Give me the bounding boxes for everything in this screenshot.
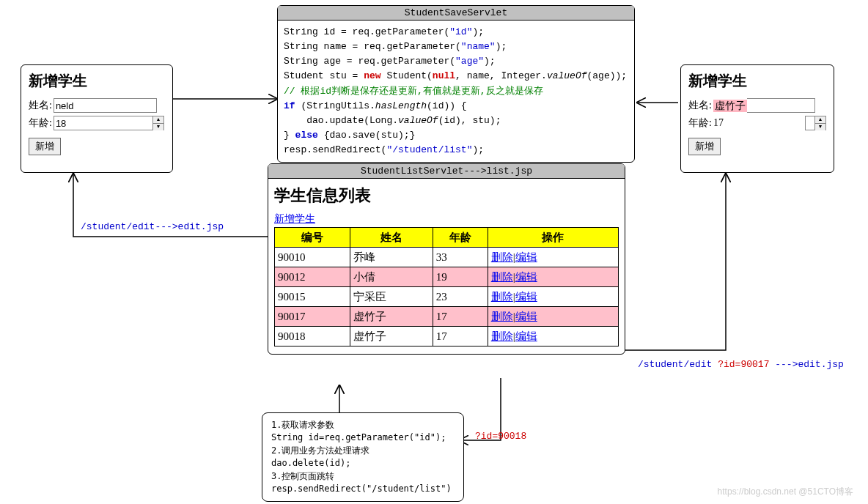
form-add-left: 新增学生 姓名: 年龄: ▲▼ 新增	[21, 64, 173, 173]
form-add-right: 新增学生 姓名: 虚竹子 年龄: 17 ▲▼ 新增	[680, 64, 834, 173]
row-name-r: 姓名: 虚竹子	[688, 98, 826, 113]
col-header: 姓名	[350, 228, 433, 248]
cell-ops: 删除|编辑	[488, 287, 618, 307]
cell-age: 17	[433, 327, 488, 346]
cell-name: 宁采臣	[350, 287, 433, 307]
cell-id: 90015	[275, 287, 350, 307]
watermark: https://blog.csdn.net @51CTO博客	[718, 486, 853, 498]
student-table: 编号姓名年龄操作 90010乔峰33删除|编辑90012小倩19删除|编辑900…	[274, 227, 619, 346]
form-left-title: 新增学生	[29, 71, 165, 91]
delete-link[interactable]: 删除	[491, 291, 513, 303]
delete-steps-note: 1.获取请求参数 String id=req.getParameter("id"…	[262, 412, 464, 502]
save-servlet-panel: StudentSaveServlet String id = req.getPa…	[277, 5, 635, 163]
submit-button-left[interactable]: 新增	[29, 138, 61, 155]
table-row: 90018虚竹子17删除|编辑	[275, 327, 619, 346]
label-name-r: 姓名:	[688, 99, 712, 112]
input-age-left[interactable]: ▲▼	[54, 116, 164, 130]
delete-link[interactable]: 删除	[491, 311, 513, 322]
table-row: 90010乔峰33删除|编辑	[275, 248, 619, 267]
table-row: 90012小倩19删除|编辑	[275, 267, 619, 287]
label-right-path: /student/edit ?id=90017 --->edit.jsp	[638, 359, 844, 370]
col-header: 操作	[488, 228, 618, 248]
input-name-right[interactable]: 虚竹子	[713, 100, 747, 112]
submit-button-right[interactable]: 新增	[688, 138, 721, 155]
table-row: 90015宁采臣23删除|编辑	[275, 287, 619, 307]
delete-link[interactable]: 删除	[491, 251, 513, 263]
label-id-param: ?id=90018	[475, 431, 526, 442]
cell-name: 乔峰	[350, 248, 433, 267]
edit-link[interactable]: 编辑	[515, 311, 537, 322]
cell-age: 19	[433, 267, 488, 287]
delete-link[interactable]: 删除	[491, 330, 513, 342]
cell-id: 90010	[275, 248, 350, 267]
cell-id: 90017	[275, 307, 350, 327]
list-heading: 学生信息列表	[274, 185, 619, 207]
cell-id: 90018	[275, 327, 350, 346]
cell-name: 虚竹子	[350, 327, 433, 346]
edit-link[interactable]: 编辑	[515, 330, 537, 342]
label-left-path: /student/edit--->edit.jsp	[81, 221, 224, 232]
age-value-r: 17	[713, 117, 724, 129]
cell-ops: 删除|编辑	[488, 267, 618, 287]
save-servlet-code: String id = req.getParameter("id"); Stri…	[278, 21, 634, 162]
cell-id: 90012	[275, 267, 350, 287]
col-header: 编号	[275, 228, 350, 248]
col-header: 年龄	[433, 228, 488, 248]
list-servlet-header: StudentListServlet--->list.jsp	[268, 164, 625, 179]
cell-age: 17	[433, 307, 488, 327]
row-age-r: 年龄: 17 ▲▼	[688, 116, 826, 130]
delete-link[interactable]: 删除	[491, 271, 513, 283]
cell-ops: 删除|编辑	[488, 248, 618, 267]
input-name-left[interactable]	[54, 98, 157, 113]
cell-name: 小倩	[350, 267, 433, 287]
row-name: 姓名:	[29, 98, 165, 113]
table-row: 90017虚竹子17删除|编辑	[275, 307, 619, 327]
form-right-title: 新增学生	[688, 71, 826, 91]
edit-link[interactable]: 编辑	[515, 251, 537, 263]
edit-link[interactable]: 编辑	[515, 291, 537, 303]
label-age-r: 年龄:	[688, 116, 712, 130]
cell-name: 虚竹子	[350, 307, 433, 327]
cell-age: 23	[433, 287, 488, 307]
cell-ops: 删除|编辑	[488, 327, 618, 346]
cell-ops: 删除|编辑	[488, 307, 618, 327]
add-student-link[interactable]: 新增学生	[274, 213, 315, 224]
input-age-right[interactable]: ▲▼	[805, 116, 826, 130]
edit-link[interactable]: 编辑	[515, 271, 537, 283]
cell-age: 33	[433, 248, 488, 267]
list-servlet-panel: StudentListServlet--->list.jsp 学生信息列表 新增…	[268, 163, 625, 355]
label-name: 姓名:	[29, 99, 52, 112]
row-age: 年龄: ▲▼	[29, 116, 165, 130]
label-age: 年龄:	[29, 116, 52, 130]
save-servlet-header: StudentSaveServlet	[278, 6, 634, 21]
